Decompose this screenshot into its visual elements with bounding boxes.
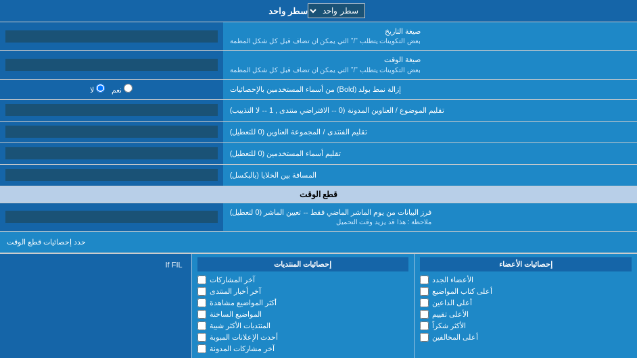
realtime-section-header: قطع الوقت bbox=[0, 186, 637, 203]
checkbox-top-violators[interactable] bbox=[420, 333, 429, 342]
checkbox-item-popular-forums: المنتديات الأكثر شبية bbox=[197, 320, 409, 332]
cell-padding-label: المسافة بين الخلايا (بالبكسل) bbox=[223, 165, 637, 186]
cell-padding-input[interactable]: 2 bbox=[5, 169, 218, 181]
radio-no[interactable] bbox=[96, 84, 105, 93]
username-limit-input[interactable]: 0 bbox=[5, 147, 218, 159]
date-format-row: صيغة التاريخ بعض التكوينات يتطلب "/" الت… bbox=[0, 22, 637, 51]
radio-yes-label[interactable]: نعم bbox=[112, 84, 133, 95]
radio-no-label[interactable]: لا bbox=[90, 84, 105, 95]
realtime-row: فرز البيانات من يوم الماشر الماضي فقط --… bbox=[0, 203, 637, 232]
subject-limit-input[interactable]: 33 bbox=[5, 104, 218, 116]
checkbox-most-thanks[interactable] bbox=[420, 321, 429, 330]
main-container: سطر واحدسطرينثلاثة أسطر سطر واحد صيغة ال… bbox=[0, 0, 637, 358]
forum-limit-label: تقليم الفنتدى / المجموعة العناوين (0 للت… bbox=[223, 122, 637, 142]
checkbox-col-right: If FIL bbox=[0, 254, 191, 358]
limit-label-row: حدد إحصائيات قطع الوقت bbox=[0, 232, 637, 253]
limit-label: حدد إحصائيات قطع الوقت bbox=[0, 232, 637, 253]
header-row: سطر واحدسطرينثلاثة أسطر سطر واحد bbox=[0, 0, 637, 22]
checkbox-last-posts[interactable] bbox=[197, 276, 206, 284]
time-format-input-area: H:i bbox=[0, 51, 223, 78]
bold-remove-row: إزالة نمط بولد (Bold) من أسماء المستخدمي… bbox=[0, 80, 637, 100]
forum-limit-input-area: 33 bbox=[0, 122, 223, 142]
checkbox-popular-forums[interactable] bbox=[197, 321, 206, 330]
checkbox-item-new-members: الأعضاء الجدد bbox=[420, 274, 632, 286]
checkbox-top-authors[interactable] bbox=[420, 287, 429, 296]
checkbox-last-news[interactable] bbox=[197, 287, 206, 296]
checkbox-section: إحصائيات الأعضاء الأعضاء الجدد أعلى كتاب… bbox=[0, 253, 637, 358]
checkbox-top-inviters[interactable] bbox=[420, 298, 429, 307]
checkbox-item-top-violators: أعلى المخالفين bbox=[420, 332, 632, 343]
time-format-row: صيغة الوقت بعض التكوينات يتطلب "/" التي … bbox=[0, 51, 637, 79]
checkbox-item-top-rated: الأعلى تقييم bbox=[420, 309, 632, 320]
checkbox-last-blog-posts[interactable] bbox=[197, 344, 206, 353]
date-format-input[interactable]: d-m bbox=[5, 30, 218, 43]
cell-padding-row: المسافة بين الخلايا (بالبكسل) 2 bbox=[0, 165, 637, 186]
radio-yes[interactable] bbox=[124, 84, 133, 93]
realtime-input-area: 0 bbox=[0, 203, 223, 231]
date-format-label: صيغة التاريخ بعض التكوينات يتطلب "/" الت… bbox=[223, 22, 637, 50]
forum-limit-row: تقليم الفنتدى / المجموعة العناوين (0 للت… bbox=[0, 122, 637, 143]
checkbox-col-forums: إحصائيات المنتديات آخر المشاركات آخر أخب… bbox=[191, 254, 415, 358]
checkbox-item-most-viewed: أكثر المواضيع مشاهدة bbox=[197, 297, 409, 309]
header-title: سطر واحد bbox=[268, 6, 308, 16]
subject-limit-label: تقليم الموضوع / العناوين المدونة (0 -- ا… bbox=[223, 100, 637, 121]
checkbox-item-hot-topics: المواضيع الساخنة bbox=[197, 309, 409, 320]
date-format-input-area: d-m bbox=[0, 22, 223, 50]
checkbox-top-rated[interactable] bbox=[420, 310, 429, 319]
checkbox-new-members[interactable] bbox=[420, 276, 429, 284]
bold-remove-input-area: نعم لا bbox=[0, 80, 223, 99]
username-limit-input-area: 0 bbox=[0, 143, 223, 164]
checkbox-item-top-inviters: أعلى الداعين bbox=[420, 297, 632, 309]
checkbox-hot-topics[interactable] bbox=[197, 310, 206, 319]
cell-padding-input-area: 2 bbox=[0, 165, 223, 186]
checkbox-item-most-thanks: الأكثر شكراً bbox=[420, 320, 632, 332]
bold-remove-label: إزالة نمط بولد (Bold) من أسماء المستخدمي… bbox=[223, 80, 637, 99]
col-forums-header: إحصائيات المنتديات bbox=[197, 257, 409, 271]
if-fil-text: If FIL bbox=[166, 261, 183, 269]
username-limit-row: تقليم أسماء المستخدمين (0 للتعطيل) 0 bbox=[0, 143, 637, 165]
time-format-input[interactable]: H:i bbox=[5, 59, 218, 71]
checkbox-item-last-posts: آخر المشاركات bbox=[197, 274, 409, 286]
realtime-label: فرز البيانات من يوم الماشر الماضي فقط --… bbox=[223, 203, 637, 231]
username-limit-label: تقليم أسماء المستخدمين (0 للتعطيل) bbox=[223, 143, 637, 164]
subject-limit-input-area: 33 bbox=[0, 100, 223, 121]
realtime-input[interactable]: 0 bbox=[5, 211, 218, 223]
time-format-label: صيغة الوقت بعض التكوينات يتطلب "/" التي … bbox=[223, 51, 637, 78]
checkbox-item-last-blog-posts: آخر مشاركات المدونة bbox=[197, 343, 409, 355]
checkbox-item-latest-ads: أحدث الإعلانات المبوبة bbox=[197, 332, 409, 343]
checkbox-item-top-authors: أعلى كتاب المواضيع bbox=[420, 286, 632, 297]
checkbox-item-last-news: آخر أخبار المنتدى bbox=[197, 286, 409, 297]
forum-limit-input[interactable]: 33 bbox=[5, 126, 218, 138]
checkbox-most-viewed[interactable] bbox=[197, 298, 206, 307]
col-members-header: إحصائيات الأعضاء bbox=[420, 257, 632, 271]
subject-limit-row: تقليم الموضوع / العناوين المدونة (0 -- ا… bbox=[0, 100, 637, 122]
checkbox-col-members: إحصائيات الأعضاء الأعضاء الجدد أعلى كتاب… bbox=[414, 254, 637, 358]
lines-select[interactable]: سطر واحدسطرينثلاثة أسطر bbox=[308, 3, 365, 18]
checkbox-latest-ads[interactable] bbox=[197, 333, 206, 342]
